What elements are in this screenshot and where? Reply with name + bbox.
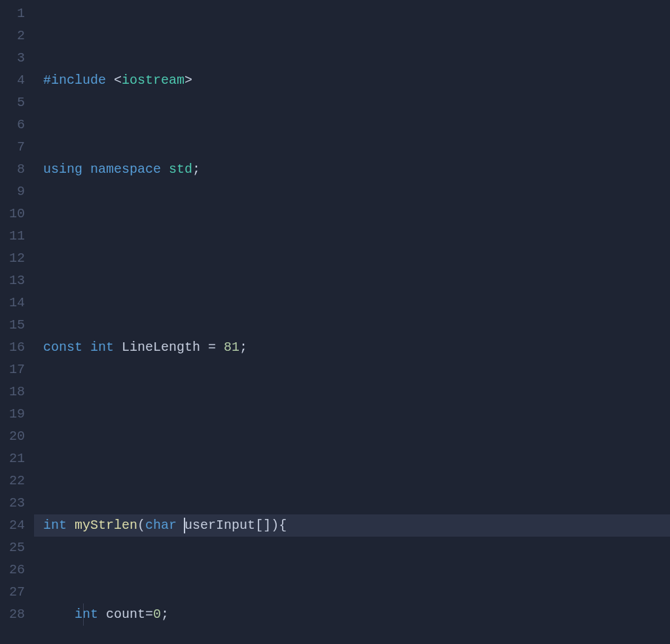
line-number: 13 bbox=[0, 270, 34, 292]
line-number: 27 bbox=[0, 581, 34, 603]
tok-number: 0 bbox=[153, 607, 161, 622]
tok-ident: LineLength bbox=[114, 340, 208, 355]
line-number: 20 bbox=[0, 425, 34, 448]
tok-ident: userInput bbox=[185, 518, 255, 533]
code-line[interactable]: int count=0; bbox=[34, 603, 670, 626]
tok-keyword: namespace bbox=[82, 162, 169, 177]
line-number: 21 bbox=[0, 448, 34, 470]
tok-punct: ] bbox=[263, 518, 271, 533]
code-line-active[interactable]: int myStrlen(char userInput[]){ bbox=[34, 514, 670, 537]
tok-punct: ; bbox=[161, 607, 169, 622]
tok-punct: ) bbox=[271, 518, 279, 533]
code-line[interactable] bbox=[34, 425, 670, 448]
line-number: 26 bbox=[0, 559, 34, 581]
line-number: 19 bbox=[0, 403, 34, 425]
line-number: 15 bbox=[0, 314, 34, 336]
line-number: 8 bbox=[0, 158, 34, 181]
tok-type: int bbox=[75, 607, 98, 622]
tok-type: int bbox=[90, 340, 114, 355]
tok-number: 81 bbox=[224, 340, 239, 355]
line-number-gutter: 1 2 3 4 5 6 7 8 9 10 11 12 13 14 15 16 1… bbox=[0, 0, 34, 644]
line-number: 17 bbox=[0, 359, 34, 381]
code-line[interactable]: using namespace std; bbox=[34, 158, 670, 181]
line-number: 4 bbox=[0, 69, 34, 92]
line-number: 7 bbox=[0, 136, 34, 158]
tok-lib: std bbox=[169, 162, 192, 177]
tok-keyword: using bbox=[43, 162, 82, 177]
line-number: 28 bbox=[0, 603, 34, 626]
line-number: 25 bbox=[0, 537, 34, 559]
code-line[interactable]: const int LineLength = 81; bbox=[34, 336, 670, 359]
line-number: 3 bbox=[0, 47, 34, 69]
tok-keyword: const bbox=[43, 340, 82, 355]
line-number: 5 bbox=[0, 92, 34, 114]
tok-op: = bbox=[145, 607, 153, 622]
line-number: 6 bbox=[0, 114, 34, 136]
tok-type: int bbox=[43, 518, 67, 533]
line-number: 1 bbox=[0, 3, 34, 25]
line-number: 23 bbox=[0, 492, 34, 514]
code-line[interactable] bbox=[34, 247, 670, 270]
tok-keyword: #include bbox=[43, 73, 106, 88]
code-line[interactable]: #include <iostream> bbox=[34, 69, 670, 92]
line-number: 9 bbox=[0, 181, 34, 203]
tok-punct: > bbox=[185, 73, 192, 88]
tok-punct: ; bbox=[239, 340, 247, 355]
line-number: 22 bbox=[0, 470, 34, 492]
code-area[interactable]: #include <iostream> using namespace std;… bbox=[34, 0, 670, 644]
line-number: 16 bbox=[0, 336, 34, 359]
tok-punct: [ bbox=[255, 518, 263, 533]
tok-function: myStrlen bbox=[67, 518, 137, 533]
tok-space bbox=[43, 607, 75, 622]
line-number: 18 bbox=[0, 381, 34, 403]
tok-punct: { bbox=[279, 518, 287, 533]
tok-lib: iostream bbox=[122, 73, 185, 88]
indent-guide bbox=[83, 603, 84, 626]
tok-op: = bbox=[208, 340, 224, 355]
line-number: 14 bbox=[0, 292, 34, 314]
tok-punct: ( bbox=[137, 518, 145, 533]
code-editor[interactable]: 1 2 3 4 5 6 7 8 9 10 11 12 13 14 15 16 1… bbox=[0, 0, 670, 644]
line-number: 24 bbox=[0, 514, 34, 537]
line-number: 12 bbox=[0, 247, 34, 270]
line-number: 11 bbox=[0, 225, 34, 247]
tok-space bbox=[82, 340, 90, 355]
line-number: 2 bbox=[0, 25, 34, 47]
tok-type: char bbox=[145, 518, 177, 533]
tok-punct: ; bbox=[192, 162, 200, 177]
tok-punct: < bbox=[106, 73, 122, 88]
tok-ident: count bbox=[98, 607, 145, 622]
line-number: 10 bbox=[0, 203, 34, 225]
